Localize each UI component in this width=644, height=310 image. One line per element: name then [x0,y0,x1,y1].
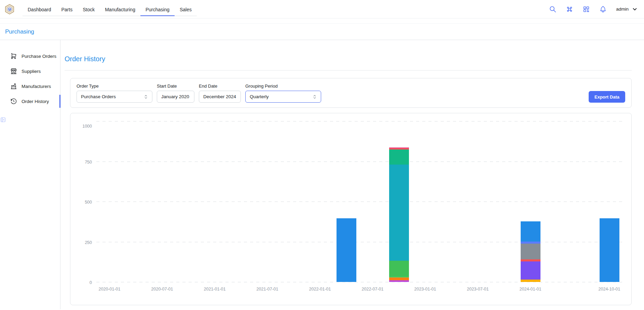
order-type-label: Order Type [77,83,152,89]
x-axis-tick-label: 2024-01-01 [520,287,542,292]
main-tab-bar: DashboardPartsStockManufacturingPurchasi… [23,4,197,16]
end-date-group: End Date [199,83,241,103]
bell-icon[interactable] [599,5,607,13]
tab-manufacturing[interactable]: Manufacturing [100,4,140,16]
inventree-logo-icon [4,4,15,15]
nav-right-actions: admin [549,5,638,13]
x-axis-tick-label: 2021-01-01 [204,287,226,292]
bar-segment [389,277,409,280]
sidebar-item-label: Manufacturers [22,84,51,89]
end-date-input[interactable] [199,91,241,103]
bar-segment [389,261,409,277]
bar-segment [600,218,619,282]
export-data-button[interactable]: Export Data [589,91,625,103]
stacked-bar-2022-10-01[interactable] [389,147,409,282]
building-store-icon [10,68,17,75]
bar-segment [521,280,540,282]
grouping-period-label: Grouping Period [245,83,321,89]
grouping-period-value: Quarterly [250,94,269,99]
tab-sales[interactable]: Sales [175,4,197,16]
grouping-period-group: Grouping Period Quarterly [245,83,321,103]
filter-card: Order Type Purchase Orders Start Date En… [70,78,632,108]
order-type-select[interactable]: Purchase Orders [77,91,152,103]
selector-icon [312,94,317,100]
order-type-value: Purchase Orders [81,94,116,99]
start-date-input[interactable] [157,91,194,103]
stacked-bar-2024-10-01[interactable] [599,218,620,282]
gridline [96,121,622,121]
tab-parts[interactable]: Parts [56,4,78,16]
y-axis-tick-label: 750 [76,160,92,165]
sidebar-item-manufacturers[interactable]: Manufacturers [0,80,60,92]
page-title: Order History [65,55,632,63]
qr-code-scan-icon[interactable] [583,5,590,13]
sidebar-collapse-icon[interactable] [0,117,60,123]
start-date-label: Start Date [157,83,194,89]
bar-segment [337,218,356,282]
bar-segment [389,165,409,261]
gridline [96,282,622,282]
sidebar-item-purchase-orders[interactable]: Purchase Orders [0,50,60,62]
x-axis-tick-label: 2022-01-01 [309,287,331,292]
history-icon [10,98,17,105]
title-divider [65,70,632,70]
x-axis-tick-label: 2024-10-01 [599,287,620,292]
search-icon[interactable] [549,5,557,13]
breadcrumb[interactable]: Purchasing [5,28,34,35]
tab-dashboard[interactable]: Dashboard [23,4,56,16]
end-date-label: End Date [199,83,241,89]
breadcrumb-bar: Purchasing [0,23,644,40]
bar-segment [521,244,540,259]
gridline [96,162,622,162]
stacked-bar-2022-04-01[interactable] [336,218,357,282]
grouping-period-select[interactable]: Quarterly [245,91,321,103]
stacked-bar-2024-01-01[interactable] [520,221,541,282]
selector-icon [143,94,149,100]
user-name: admin [616,7,629,12]
content-area: Purchase OrdersSuppliersManufacturersOrd… [0,40,644,309]
y-axis-tick-label: 0 [76,280,92,285]
x-axis-tick-label: 2022-07-01 [362,287,384,292]
x-axis-tick-label: 2021-07-01 [257,287,278,292]
chart-plot: 025050075010002020-01-012020-07-012021-0… [96,121,622,282]
bar-segment [389,150,409,165]
x-axis-tick-label: 2023-01-01 [414,287,436,292]
order-history-chart-card: 025050075010002020-01-012020-07-012021-0… [70,113,632,305]
factory-icon [10,83,17,90]
x-axis-tick-label: 2020-07-01 [151,287,173,292]
sidebar-item-label: Order History [22,99,49,104]
y-axis-tick-label: 1000 [76,124,92,129]
shopping-cart-icon [10,53,17,60]
main-panel: Order History Order Type Purchase Orders… [60,40,644,309]
bar-segment [521,261,540,280]
top-navigation: DashboardPartsStockManufacturingPurchasi… [0,0,644,18]
chevron-down-icon [632,6,638,12]
y-axis-tick-label: 500 [76,200,92,205]
order-type-group: Order Type Purchase Orders [77,83,152,103]
sidebar-item-label: Purchase Orders [22,54,56,59]
sidebar-item-order-history[interactable]: Order History [0,95,60,107]
user-menu[interactable]: admin [616,6,638,12]
gridline [96,242,622,242]
tab-purchasing[interactable]: Purchasing [140,4,175,16]
y-axis-tick-label: 250 [76,240,92,245]
command-icon[interactable] [566,5,573,13]
gridline [96,202,622,202]
bar-segment [389,280,409,282]
sidebar-item-label: Suppliers [22,69,41,74]
x-axis-tick-label: 2020-01-01 [99,287,121,292]
start-date-group: Start Date [157,83,194,103]
sidebar: Purchase OrdersSuppliersManufacturersOrd… [0,40,60,309]
bar-segment [521,221,540,242]
x-axis-tick-label: 2023-07-01 [467,287,489,292]
sidebar-item-suppliers[interactable]: Suppliers [0,65,60,77]
tab-stock[interactable]: Stock [78,4,100,16]
